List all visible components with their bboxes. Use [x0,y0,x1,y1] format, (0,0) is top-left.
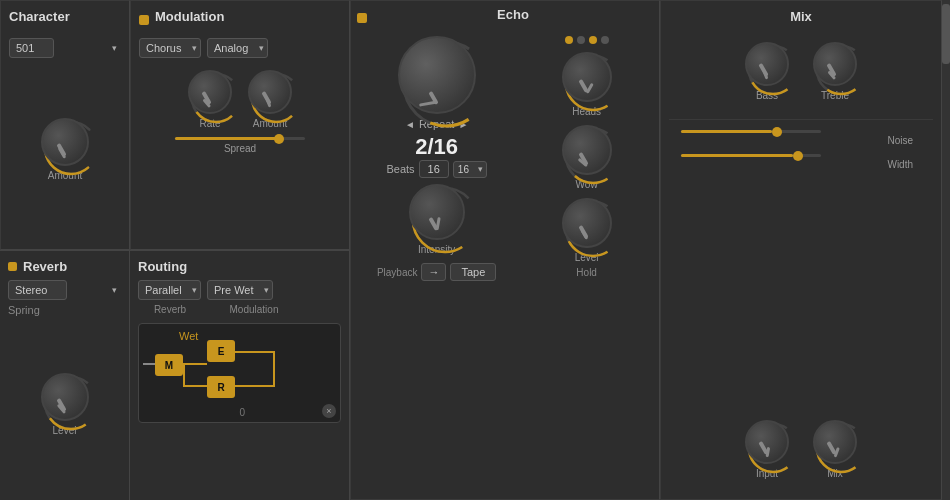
mix-noise-thumb[interactable] [772,127,782,137]
echo-beats-select-wrapper[interactable]: 16 [453,161,487,178]
echo-intensity-knob-wrapper[interactable] [409,184,465,240]
reverb-type-wrapper[interactable]: Stereo [8,280,121,300]
echo-play-button[interactable]: → [421,263,446,281]
routing-mode-wrapper[interactable]: Parallel [138,280,201,300]
echo-beats-select[interactable]: 16 [453,161,487,178]
echo-level-knob-wrapper[interactable] [562,198,612,248]
character-preset-select[interactable]: 501 [9,38,54,58]
modulation-spread-thumb[interactable] [274,134,284,144]
head-dot-4[interactable] [601,36,609,44]
routing-selects: Parallel Pre Wet [138,280,341,300]
echo-main-knob-wrapper[interactable] [398,36,476,114]
routing-mod-label: Modulation [222,304,286,315]
echo-main-knob[interactable] [398,36,476,114]
reverb-indicator[interactable] [8,262,17,271]
echo-beats-row: Beats 16 16 [386,160,486,178]
modulation-spread-track[interactable] [175,137,305,140]
modulation-knobs-row: Rate Amount [139,66,341,133]
echo-playback-label: Playback [377,267,418,278]
echo-heads-knob-wrapper[interactable] [562,52,612,102]
mix-treble-knob-wrapper[interactable] [813,42,857,86]
routing-mode-select[interactable]: Parallel [138,280,201,300]
character-amount-knob-wrapper[interactable] [41,118,89,166]
mix-knobs-row: Bass Treble [669,38,933,105]
mod-amount-container: Amount [248,70,292,129]
mix-width-track[interactable] [681,154,821,157]
reverb-type-select[interactable]: Stereo [8,280,67,300]
modulation-mode-select[interactable]: Analog [207,38,268,58]
mod-rate-knob[interactable] [188,70,232,114]
routing-close-btn[interactable]: × [322,404,336,418]
modulation-spread-fill [175,137,279,140]
modulation-selects: Chorus Analog [139,38,341,58]
reverb-knob-area: Level [8,316,121,492]
mod-amount-knob[interactable] [248,70,292,114]
routing-input-line [143,363,155,365]
mix-noise-fill [681,130,772,133]
reverb-level-knob-wrapper[interactable] [41,373,89,421]
echo-right: Heads Wow [520,36,653,493]
character-preset-wrapper[interactable]: 501 [9,38,121,58]
mod-rate-container: Rate [188,70,232,129]
modulation-spread-container: Spread [139,137,341,154]
echo-panel: Echo ◄ Repeat ► 2/1 [350,0,660,500]
head-dot-3[interactable] [589,36,597,44]
modulation-indicator[interactable] [139,15,149,25]
character-title: Character [9,9,70,24]
modulation-type-wrapper[interactable]: Chorus [139,38,201,58]
modulation-mode-wrapper[interactable]: Analog [207,38,268,58]
echo-heads-knob[interactable] [562,52,612,102]
echo-intensity-knob[interactable] [409,184,465,240]
echo-content: ◄ Repeat ► 2/16 Beats 16 16 [357,36,653,493]
character-header: Character [9,9,121,30]
mix-mix-knob-wrapper[interactable] [813,420,857,464]
routing-zero-label: 0 [240,407,246,418]
routing-line-me [183,363,207,365]
scrollbar[interactable] [942,0,950,500]
reverb-sub-type: Spring [8,304,121,316]
mix-bass-knob-wrapper[interactable] [745,42,789,86]
routing-target-select[interactable]: Pre Wet [207,280,273,300]
routing-panel: Routing Parallel Pre Wet Reverb Modulati… [130,250,350,500]
routing-reverb-label: Reverb [138,304,202,315]
mix-noise-track[interactable] [681,130,821,133]
mod-rate-knob-wrapper[interactable] [188,70,232,114]
echo-beats-label: Beats [386,163,414,175]
mod-amount-knob-wrapper[interactable] [248,70,292,114]
mix-title: Mix [669,9,933,24]
echo-wow-knob[interactable] [562,125,612,175]
reverb-level-knob[interactable] [41,373,89,421]
echo-wow-knob-wrapper[interactable] [562,125,612,175]
mix-noise-container: Noise [669,130,933,146]
character-amount-knob[interactable] [41,118,89,166]
routing-title: Routing [138,259,341,274]
scrollbar-thumb[interactable] [942,4,950,64]
routing-target-wrapper[interactable]: Pre Wet [207,280,273,300]
reverb-panel: Reverb Stereo Spring Level [0,250,130,500]
routing-block-m: M [155,354,183,376]
echo-left: ◄ Repeat ► 2/16 Beats 16 16 [357,36,516,493]
mix-width-thumb[interactable] [793,151,803,161]
echo-heads-container: Heads [562,52,612,117]
head-dot-1[interactable] [565,36,573,44]
echo-beats-value[interactable]: 16 [419,160,449,178]
modulation-type-select[interactable]: Chorus [139,38,201,58]
echo-intensity-container: Intensity [409,184,465,255]
mix-bass-knob[interactable] [745,42,789,86]
echo-indicator[interactable] [357,13,367,23]
mix-treble-knob[interactable] [813,42,857,86]
echo-level-container: Level [562,198,612,263]
echo-level-knob[interactable] [562,198,612,248]
mix-bass-container: Bass [745,42,789,101]
routing-line-out-v [273,351,275,387]
mix-width-label: Width [887,159,913,170]
reverb-level-container: Level [41,373,89,436]
routing-block-r: R [207,376,235,398]
mix-mix-knob[interactable] [813,420,857,464]
echo-tape-button[interactable]: Tape [450,263,496,281]
head-dot-2[interactable] [577,36,585,44]
mix-bottom-knobs: Input Mix [669,416,933,483]
mix-input-knob[interactable] [745,420,789,464]
mix-input-knob-wrapper[interactable] [745,420,789,464]
routing-wet-label: Wet [179,330,198,342]
